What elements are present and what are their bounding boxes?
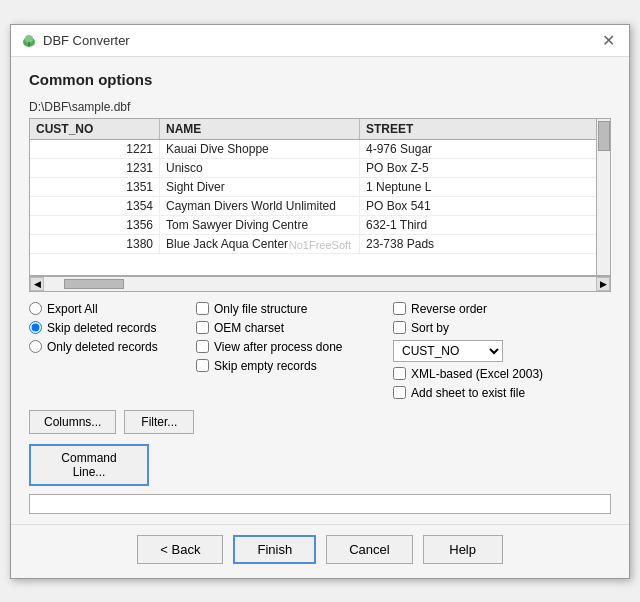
table-row: 1356 Tom Sawyer Diving Centre 632-1 Thir… [30, 216, 610, 235]
radio-group: Export All Skip deleted records Only del… [29, 302, 184, 400]
table-body: 1221 Kauai Dive Shoppe 4-976 Sugar 1231 … [30, 140, 610, 272]
sort-by-row: Sort by [393, 321, 543, 335]
checkbox-xml-based-label: XML-based (Excel 2003) [411, 367, 543, 381]
col-header-cust-no: CUST_NO [30, 119, 160, 139]
td-cust-no: 1351 [30, 178, 160, 196]
checkbox-sort-by-input[interactable] [393, 321, 406, 334]
command-line-button[interactable]: Command Line... [29, 444, 149, 486]
back-button[interactable]: < Back [137, 535, 223, 564]
scrollbar-thumb[interactable] [598, 121, 610, 151]
checkbox-add-sheet[interactable]: Add sheet to exist file [393, 386, 543, 400]
checkbox-skip-empty-input[interactable] [196, 359, 209, 372]
cancel-button[interactable]: Cancel [326, 535, 412, 564]
td-cust-no: 1354 [30, 197, 160, 215]
table-row: 1351 Sight Diver 1 Neptune L [30, 178, 610, 197]
middle-checkboxes: Only file structure OEM charset View aft… [196, 302, 381, 400]
scroll-thumb-h[interactable] [64, 279, 124, 289]
radio-skip-deleted-label: Skip deleted records [47, 321, 156, 335]
scroll-right-arrow[interactable]: ▶ [596, 277, 610, 291]
td-cust-no: 1231 [30, 159, 160, 177]
file-path: D:\DBF\sample.dbf [29, 100, 611, 114]
filter-button[interactable]: Filter... [124, 410, 194, 434]
td-name: Tom Sawyer Diving Centre [160, 216, 360, 234]
columns-button[interactable]: Columns... [29, 410, 116, 434]
table-row: 1354 Cayman Divers World Unlimited PO Bo… [30, 197, 610, 216]
title-bar-left: DBF Converter [21, 32, 130, 48]
checkbox-file-structure-input[interactable] [196, 302, 209, 315]
td-cust-no: 1221 [30, 140, 160, 158]
td-street: PO Box Z-5 [360, 159, 610, 177]
checkbox-sort-by-label: Sort by [411, 321, 449, 335]
scroll-track[interactable] [44, 279, 596, 289]
close-button[interactable]: ✕ [598, 31, 619, 50]
window-title: DBF Converter [43, 33, 130, 48]
svg-rect-2 [28, 42, 30, 46]
table-row: 1380 Blue Jack Aqua Center 23-738 Pads [30, 235, 610, 254]
radio-export-all-input[interactable] [29, 302, 42, 315]
checkbox-reverse-order-label: Reverse order [411, 302, 487, 316]
sort-by-dropdown[interactable]: CUST_NO NAME STREET [393, 340, 503, 362]
main-window: DBF Converter ✕ Common options D:\DBF\sa… [10, 24, 630, 579]
checkbox-skip-empty-label: Skip empty records [214, 359, 317, 373]
app-icon [21, 32, 37, 48]
radio-skip-deleted-input[interactable] [29, 321, 42, 334]
radio-only-deleted-label: Only deleted records [47, 340, 158, 354]
radio-only-deleted-input[interactable] [29, 340, 42, 353]
td-name: Blue Jack Aqua Center [160, 235, 360, 253]
checkbox-view-after-input[interactable] [196, 340, 209, 353]
checkbox-add-sheet-label: Add sheet to exist file [411, 386, 525, 400]
checkbox-oem-charset-label: OEM charset [214, 321, 284, 335]
page-title: Common options [11, 57, 629, 96]
td-cust-no: 1356 [30, 216, 160, 234]
td-street: 1 Neptune L [360, 178, 610, 196]
table-header: CUST_NO NAME STREET [30, 119, 610, 140]
checkbox-file-structure[interactable]: Only file structure [196, 302, 381, 316]
td-street: 23-738 Pads [360, 235, 610, 253]
table-row: 1231 Unisco PO Box Z-5 [30, 159, 610, 178]
scroll-left-arrow[interactable]: ◀ [30, 277, 44, 291]
title-bar: DBF Converter ✕ [11, 25, 629, 57]
checkbox-view-after[interactable]: View after process done [196, 340, 381, 354]
buttons-row: Columns... Filter... [29, 410, 611, 434]
radio-skip-deleted[interactable]: Skip deleted records [29, 321, 184, 335]
checkbox-view-after-label: View after process done [214, 340, 343, 354]
radio-export-all-label: Export All [47, 302, 98, 316]
footer: < Back Finish Cancel Help [11, 524, 629, 578]
data-table: CUST_NO NAME STREET 1221 Kauai Dive Shop… [29, 118, 611, 276]
td-cust-no: 1380 [30, 235, 160, 253]
checkbox-sort-by[interactable]: Sort by [393, 321, 449, 335]
table-row: 1221 Kauai Dive Shoppe 4-976 Sugar [30, 140, 610, 159]
radio-only-deleted[interactable]: Only deleted records [29, 340, 184, 354]
checkbox-reverse-order[interactable]: Reverse order [393, 302, 543, 316]
radio-export-all[interactable]: Export All [29, 302, 184, 316]
checkbox-xml-based-input[interactable] [393, 367, 406, 380]
td-name: Unisco [160, 159, 360, 177]
content-area: D:\DBF\sample.dbf CUST_NO NAME STREET 12… [11, 96, 629, 524]
svg-point-1 [25, 35, 33, 43]
td-name: Kauai Dive Shoppe [160, 140, 360, 158]
horizontal-scrollbar[interactable]: ◀ ▶ [29, 276, 611, 292]
checkbox-reverse-order-input[interactable] [393, 302, 406, 315]
vertical-scrollbar[interactable] [596, 119, 610, 275]
checkbox-skip-empty[interactable]: Skip empty records [196, 359, 381, 373]
progress-bar [29, 494, 611, 514]
col-header-name: NAME [160, 119, 360, 139]
col-header-street: STREET [360, 119, 610, 139]
checkbox-oem-charset[interactable]: OEM charset [196, 321, 381, 335]
right-options: Reverse order Sort by CUST_NO NAME STREE… [393, 302, 543, 400]
checkbox-oem-charset-input[interactable] [196, 321, 209, 334]
td-street: 4-976 Sugar [360, 140, 610, 158]
td-street: PO Box 541 [360, 197, 610, 215]
td-name: Cayman Divers World Unlimited [160, 197, 360, 215]
help-button[interactable]: Help [423, 535, 503, 564]
checkbox-add-sheet-input[interactable] [393, 386, 406, 399]
td-street: 632-1 Third [360, 216, 610, 234]
command-line-row: Command Line... [29, 444, 611, 486]
checkbox-xml-based[interactable]: XML-based (Excel 2003) [393, 367, 543, 381]
td-name: Sight Diver [160, 178, 360, 196]
options-area: Export All Skip deleted records Only del… [29, 302, 611, 400]
finish-button[interactable]: Finish [233, 535, 316, 564]
checkbox-file-structure-label: Only file structure [214, 302, 307, 316]
